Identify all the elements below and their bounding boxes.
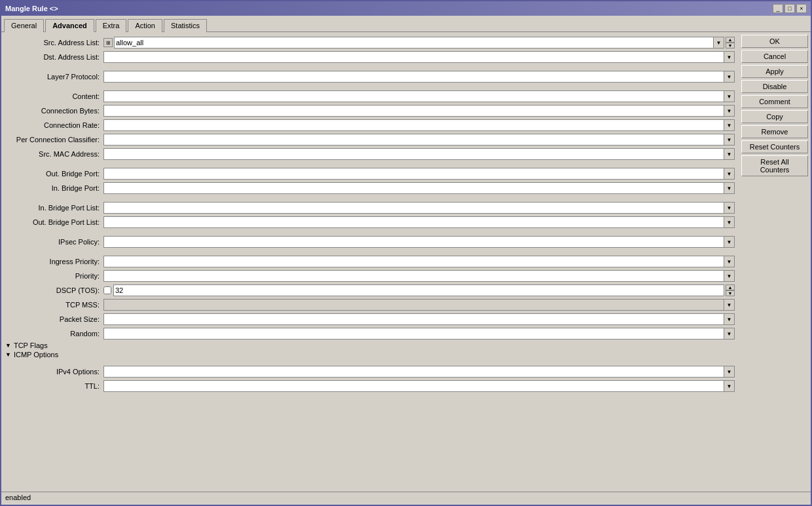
- src-address-list-down[interactable]: ▼: [726, 43, 735, 49]
- packet-size-input[interactable]: [103, 313, 724, 325]
- dscp-tos-label: DSCP (TOS):: [5, 286, 103, 294]
- packet-size-label: Packet Size:: [5, 315, 103, 323]
- close-button[interactable]: ×: [796, 4, 807, 13]
- tab-statistics[interactable]: Statistics: [164, 19, 207, 32]
- src-address-list-label: Src. Address List:: [5, 39, 103, 47]
- src-address-list-input[interactable]: [114, 37, 714, 49]
- ipsec-policy-input[interactable]: [103, 236, 724, 248]
- reset-counters-button[interactable]: Reset Counters: [741, 140, 808, 153]
- icmp-options-label: ICMP Options: [14, 351, 58, 359]
- tcp-mss-dropdown[interactable]: ▼: [724, 299, 735, 311]
- ttl-dropdown[interactable]: ▼: [724, 380, 735, 392]
- ipsec-policy-dropdown[interactable]: ▼: [724, 236, 735, 248]
- src-mac-address-input[interactable]: [103, 148, 724, 160]
- connection-rate-input[interactable]: [103, 119, 724, 131]
- ipsec-policy-label: IPsec Policy:: [5, 238, 103, 246]
- dscp-tos-input[interactable]: [113, 284, 724, 296]
- dst-address-list-input[interactable]: [103, 51, 724, 63]
- tab-extra[interactable]: Extra: [96, 19, 127, 32]
- main-panel: Src. Address List: ⊞ ▼ ▲ ▼ Dst. Address …: [1, 32, 739, 492]
- content-dropdown[interactable]: ▼: [724, 90, 735, 102]
- out-bridge-port-list-row: Out. Bridge Port List: ▼: [5, 216, 735, 229]
- src-mac-address-row: Src. MAC Address: ▼: [5, 147, 735, 161]
- random-input[interactable]: [103, 328, 724, 340]
- per-connection-classifier-label: Per Connection Classifier:: [5, 136, 103, 144]
- icmp-options-section[interactable]: ▼ ICMP Options: [5, 351, 735, 359]
- maximize-button[interactable]: □: [784, 4, 795, 13]
- out-bridge-port-list-input[interactable]: [103, 216, 724, 228]
- comment-button[interactable]: Comment: [741, 95, 808, 108]
- per-connection-classifier-row: Per Connection Classifier: ▼: [5, 133, 735, 146]
- dscp-tos-arrows: ▲ ▼: [726, 284, 735, 296]
- icmp-options-arrow: ▼: [5, 351, 11, 358]
- tcp-mss-label: TCP MSS:: [5, 301, 103, 309]
- ipv4-options-input[interactable]: [103, 366, 724, 378]
- src-address-list-row: Src. Address List: ⊞ ▼ ▲ ▼: [5, 36, 735, 49]
- layer7-protocol-dropdown[interactable]: ▼: [724, 71, 735, 83]
- disable-button[interactable]: Disable: [741, 80, 808, 93]
- layer7-protocol-input[interactable]: [103, 71, 724, 83]
- out-bridge-port-list-label: Out. Bridge Port List:: [5, 218, 103, 226]
- connection-bytes-label: Connection Bytes:: [5, 107, 103, 115]
- src-address-list-arrows: ▲ ▼: [726, 37, 735, 49]
- ttl-input[interactable]: [103, 380, 724, 392]
- out-bridge-port-list-dropdown[interactable]: ▼: [724, 216, 735, 228]
- out-bridge-port-dropdown[interactable]: ▼: [724, 168, 735, 180]
- src-mac-address-label: Src. MAC Address:: [5, 150, 103, 158]
- src-address-list-dropdown[interactable]: ▼: [714, 37, 724, 49]
- random-dropdown[interactable]: ▼: [724, 328, 735, 340]
- ipv4-options-dropdown[interactable]: ▼: [724, 366, 735, 378]
- tcp-mss-row: TCP MSS: ▼: [5, 298, 735, 311]
- connection-rate-dropdown[interactable]: ▼: [724, 119, 735, 131]
- src-address-list-icon[interactable]: ⊞: [103, 38, 113, 47]
- priority-input[interactable]: [103, 270, 724, 282]
- tcp-flags-section[interactable]: ▼ TCP Flags: [5, 341, 735, 349]
- title-bar: Mangle Rule <> _ □ ×: [1, 1, 811, 16]
- copy-button[interactable]: Copy: [741, 110, 808, 123]
- ipv4-options-label: IPv4 Options:: [5, 368, 103, 376]
- dst-address-list-label: Dst. Address List:: [5, 53, 103, 61]
- dscp-tos-row: DSCP (TOS): ▲ ▼: [5, 284, 735, 297]
- connection-bytes-dropdown[interactable]: ▼: [724, 105, 735, 117]
- ttl-label: TTL:: [5, 382, 103, 390]
- ingress-priority-input[interactable]: [103, 256, 724, 267]
- content-row: Content: ▼: [5, 90, 735, 103]
- src-address-list-up[interactable]: ▲: [726, 37, 735, 43]
- out-bridge-port-input[interactable]: [103, 168, 724, 180]
- dscp-tos-checkbox[interactable]: [103, 286, 111, 294]
- dst-address-list-dropdown[interactable]: ▼: [724, 51, 735, 63]
- src-mac-address-dropdown[interactable]: ▼: [724, 148, 735, 160]
- dscp-tos-down[interactable]: ▼: [726, 290, 735, 296]
- in-bridge-port-input[interactable]: [103, 182, 724, 194]
- ttl-row: TTL: ▼: [5, 380, 735, 393]
- dst-address-list-row: Dst. Address List: ▼: [5, 50, 735, 64]
- out-bridge-port-label: Out. Bridge Port:: [5, 170, 103, 178]
- apply-button[interactable]: Apply: [741, 65, 808, 78]
- per-connection-classifier-dropdown[interactable]: ▼: [724, 134, 735, 146]
- packet-size-dropdown[interactable]: ▼: [724, 313, 735, 325]
- connection-bytes-input[interactable]: [103, 105, 724, 117]
- cancel-button[interactable]: Cancel: [741, 50, 808, 63]
- ok-button[interactable]: OK: [741, 35, 808, 48]
- tab-advanced[interactable]: Advanced: [45, 19, 94, 32]
- content-input[interactable]: [103, 90, 724, 102]
- remove-button[interactable]: Remove: [741, 125, 808, 138]
- in-bridge-port-list-dropdown[interactable]: ▼: [724, 202, 735, 214]
- out-bridge-port-row: Out. Bridge Port: ▼: [5, 167, 735, 180]
- window-controls: _ □ ×: [773, 4, 807, 13]
- priority-dropdown[interactable]: ▼: [724, 270, 735, 282]
- tab-general[interactable]: General: [4, 19, 44, 32]
- ingress-priority-dropdown[interactable]: ▼: [724, 256, 735, 267]
- dscp-tos-up[interactable]: ▲: [726, 284, 735, 290]
- per-connection-classifier-input[interactable]: [103, 134, 724, 146]
- tab-action[interactable]: Action: [128, 19, 162, 32]
- connection-rate-label: Connection Rate:: [5, 121, 103, 129]
- in-bridge-port-dropdown[interactable]: ▼: [724, 182, 735, 194]
- in-bridge-port-list-input[interactable]: [103, 202, 724, 214]
- tcp-mss-input: [103, 299, 724, 311]
- packet-size-row: Packet Size: ▼: [5, 313, 735, 326]
- minimize-button[interactable]: _: [773, 4, 783, 13]
- reset-all-counters-button[interactable]: Reset All Counters: [741, 155, 808, 176]
- action-panel: OK Cancel Apply Disable Comment Copy Rem…: [739, 32, 811, 492]
- connection-bytes-row: Connection Bytes: ▼: [5, 104, 735, 117]
